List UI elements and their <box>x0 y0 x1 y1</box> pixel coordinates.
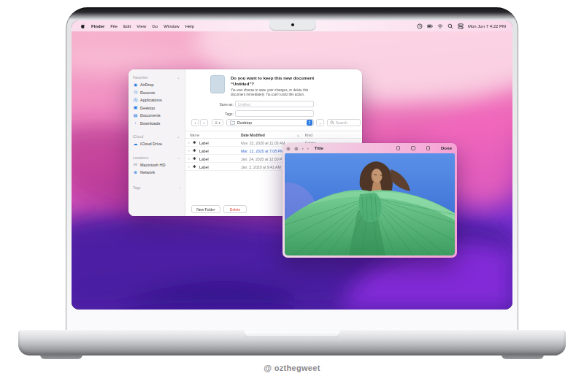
chevron-left-icon: ‹ <box>195 120 196 125</box>
expand-button[interactable]: ⌄ <box>316 119 324 126</box>
menu-file[interactable]: File <box>110 24 118 28</box>
menu-window[interactable]: Window <box>164 24 179 28</box>
sidebar-item-desktop[interactable]: ▣ Desktop <box>128 104 185 112</box>
column-name[interactable]: Name <box>190 133 199 137</box>
applications-icon: Ⓐ <box>133 98 138 103</box>
media-window-title: Title <box>315 146 323 150</box>
apple-logo-icon[interactable] <box>80 23 85 29</box>
menu-go[interactable]: Go <box>152 24 158 28</box>
chevron-down-icon[interactable]: ⌄ <box>177 135 180 138</box>
document-icon <box>210 75 225 93</box>
sidebar-section-locations: Locations ⌄ <box>128 155 185 160</box>
location-value: Desktop <box>237 120 252 125</box>
laptop-lid: Finder File Edit View Go Window Help <box>66 7 518 331</box>
column-date-modified[interactable]: Date Modified <box>241 133 265 137</box>
tags-input[interactable] <box>235 110 314 117</box>
forward-button[interactable]: › <box>200 119 208 126</box>
laptop-foot-right <box>502 354 544 359</box>
chevron-down-icon[interactable]: ⌄ <box>177 76 180 79</box>
recents-icon: ◷ <box>133 90 138 95</box>
sort-descending-icon[interactable]: ⌄ <box>296 132 300 137</box>
control-center-icon[interactable] <box>458 23 464 29</box>
chevron-down-icon: ▾ <box>218 121 220 125</box>
dialog-title: Do you want to keep this new document “U… <box>231 76 358 87</box>
save-as-label: Save as: <box>204 102 234 107</box>
new-folder-button[interactable]: New Folder <box>191 205 220 213</box>
close-icon[interactable]: ⊗ <box>286 146 291 151</box>
crop-tool-icon[interactable] <box>411 146 415 150</box>
clock-status-icon[interactable] <box>417 23 423 29</box>
search-field[interactable]: Search <box>327 119 361 126</box>
location-dropdown[interactable]: Desktop ▴ ▾ <box>226 119 314 126</box>
sidebar-item-documents[interactable]: ▤ Documents <box>128 112 185 120</box>
sidebar-section-icloud: iCloud ⌄ <box>128 134 185 139</box>
search-icon[interactable] <box>447 23 453 29</box>
stepper-down-icon: ▾ <box>309 123 310 126</box>
disclosure-icon[interactable]: › <box>188 156 190 161</box>
menu-bar-clock[interactable]: Mon Jun 7 4:22 PM <box>468 24 506 28</box>
close-icon[interactable]: ⊗ <box>294 146 299 151</box>
chevron-down-icon: ⌄ <box>318 120 321 125</box>
back-button[interactable]: ‹ <box>191 119 199 126</box>
sidebar-item-network[interactable]: ⊕ Network <box>128 169 185 177</box>
sidebar-item-recents[interactable]: ◷ Recents <box>128 89 185 97</box>
view-options-button[interactable]: ☰▾ <box>212 119 223 126</box>
share-tool-icon[interactable] <box>426 146 431 150</box>
battery-icon[interactable] <box>427 23 433 29</box>
hard-drive-icon: ⊟ <box>133 162 138 167</box>
laptop-screen: Finder File Edit View Go Window Help <box>72 20 512 310</box>
sidebar-item-macintosh-hd[interactable]: ⊟ Macintosh HD <box>128 161 185 169</box>
chevron-right-icon: › <box>204 120 205 125</box>
sidebar-section-tags: Tags › <box>128 185 185 190</box>
disclosure-icon[interactable]: › <box>188 140 190 145</box>
done-button[interactable]: Done <box>441 146 452 150</box>
airdrop-icon: ◉ <box>133 82 138 88</box>
tags-label: Tags: <box>204 112 234 116</box>
list-view-icon: ☰ <box>215 121 218 125</box>
network-icon: ⊕ <box>133 170 138 175</box>
wifi-icon[interactable] <box>437 23 443 29</box>
forward-chevron-icon[interactable]: › <box>307 146 309 150</box>
disclosure-icon[interactable]: › <box>188 148 190 153</box>
camera-dot <box>291 23 294 26</box>
downloads-icon: ↓ <box>133 120 138 126</box>
desktop-icon: ▣ <box>133 105 138 110</box>
menu-help[interactable]: Help <box>185 24 194 28</box>
sidebar-item-airdrop[interactable]: ◉ AirDrop <box>128 81 185 89</box>
chevron-right-icon[interactable]: › <box>179 186 180 189</box>
icloud-icon: ☁ <box>133 142 138 147</box>
disclosure-icon[interactable]: › <box>188 164 190 169</box>
folder-icon <box>230 120 235 125</box>
markup-tool-icon[interactable] <box>396 146 401 150</box>
media-title-bar: ⊗ ⊗ ‹ › Title Done <box>283 143 457 153</box>
save-as-input[interactable]: Untitled <box>235 101 314 107</box>
mockup-stage: Finder File Edit View Go Window Help <box>0 0 584 392</box>
file-icon: ✱ <box>193 148 196 153</box>
laptop-foot-left <box>40 354 82 359</box>
search-placeholder: Search <box>336 120 347 125</box>
file-browser-toolbar: ‹ › ☰▾ Desktop ▴ ▾ <box>185 119 362 128</box>
base-thumb-scoop <box>244 331 340 337</box>
file-icon: ✱ <box>193 140 196 145</box>
display-notch <box>269 20 316 31</box>
photo-preview <box>285 153 455 255</box>
watermark-text: @ ozthegweet <box>0 364 584 372</box>
chevron-down-icon[interactable]: ⌄ <box>177 156 180 159</box>
documents-icon: ▤ <box>133 113 138 118</box>
laptop-base <box>18 330 566 356</box>
menu-view[interactable]: View <box>137 24 146 28</box>
sidebar-item-icloud-drive[interactable]: ☁ iCloud Drive <box>128 140 185 148</box>
stepper-control: ▴ ▾ <box>307 120 312 126</box>
column-kind[interactable]: Kind <box>305 133 312 137</box>
sidebar-item-downloads[interactable]: ↓ Downloads <box>128 120 185 128</box>
finder-sidebar: Favorites ⌄ ◉ AirDrop ◷ Recents Ⓐ Applic… <box>128 69 185 216</box>
back-chevron-icon[interactable]: ‹ <box>302 146 304 150</box>
delete-button[interactable]: Delete <box>223 205 247 213</box>
media-window: ⊗ ⊗ ‹ › Title Done <box>283 143 457 258</box>
sidebar-item-applications[interactable]: Ⓐ Applications <box>128 96 185 104</box>
menu-edit[interactable]: Edit <box>123 24 131 28</box>
file-icon: ✱ <box>193 164 196 169</box>
file-icon: ✱ <box>193 156 196 161</box>
menu-app-name[interactable]: Finder <box>91 24 104 28</box>
search-icon <box>330 120 334 125</box>
